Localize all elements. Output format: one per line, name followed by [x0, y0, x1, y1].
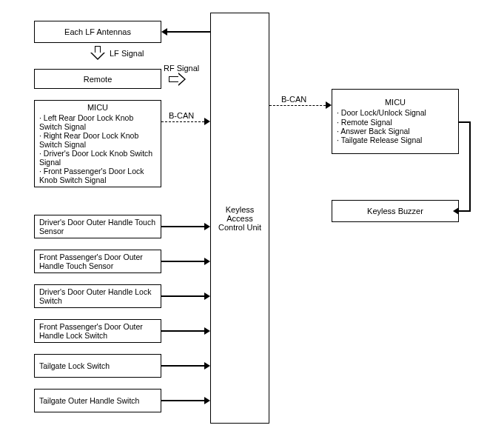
box-sensor-1: Front Passenger's Door Outer Handle Touc… [34, 250, 161, 273]
text-remote: Remote [84, 75, 112, 84]
right-micu-item: Door Lock/Unlock Signal [337, 108, 454, 117]
arrow-left-bcan [204, 118, 210, 125]
label-left-bcan: B-CAN [169, 111, 194, 120]
arrow-s5 [204, 397, 210, 404]
sensor-text: Driver's Door Outer Handle Touch Sensor [39, 218, 156, 235]
arrow-buzzer-in [453, 207, 459, 215]
arrow-lf-signal [90, 46, 105, 61]
conn-s3 [161, 330, 204, 332]
sensor-text: Tailgate Lock Switch [39, 361, 156, 370]
box-remote: Remote [34, 69, 161, 89]
conn-kacu-antennas [167, 31, 210, 33]
left-micu-item: Left Rear Door Lock Knob Switch Signal [39, 113, 156, 131]
sensor-text: Driver's Door Outer Handle Lock Switch [39, 287, 156, 305]
conn-buzzer-in-h [459, 210, 471, 212]
arrow-kacu-antennas [161, 28, 167, 36]
arrow-s1 [204, 258, 210, 265]
text-lf-antennas: Each LF Antennas [64, 27, 131, 36]
box-sensor-4: Tailgate Lock Switch [34, 354, 161, 378]
label-rf-signal: RF Signal [164, 64, 199, 73]
arrow-s4 [204, 362, 210, 370]
sensor-text: Front Passenger's Door Outer Handle Touc… [39, 253, 156, 270]
conn-s5 [161, 400, 204, 401]
text-kacu: Keyless Access Control Unit [215, 205, 264, 232]
box-kacu: Keyless Access Control Unit [210, 13, 269, 424]
conn-left-bcan [161, 121, 204, 122]
box-sensor-0: Driver's Door Outer Handle Touch Sensor [34, 215, 161, 238]
box-left-micu: MICU Left Rear Door Lock Knob Switch Sig… [34, 100, 161, 187]
arrow-s2 [204, 292, 210, 300]
right-micu-item: Remote Signal [337, 118, 454, 127]
conn-s4 [161, 365, 204, 367]
box-sensor-5: Tailgate Outer Handle Switch [34, 389, 161, 412]
right-micu-item: Answer Back Signal [337, 127, 454, 136]
left-micu-title: MICU [39, 103, 156, 112]
left-micu-item: Right Rear Door Lock Knob Switch Signal [39, 131, 156, 149]
label-lf-signal: LF Signal [110, 49, 144, 58]
diagram-canvas: Each LF Antennas Remote MICU Left Rear D… [0, 0, 487, 448]
arrow-s3 [204, 327, 210, 335]
text-buzzer: Keyless Buzzer [367, 207, 423, 215]
conn-micu-out-v [469, 121, 471, 212]
right-micu-title: MICU [337, 98, 454, 107]
sensor-text: Tailgate Outer Handle Switch [39, 396, 156, 405]
conn-s1 [161, 261, 204, 262]
box-buzzer: Keyless Buzzer [332, 200, 459, 222]
left-micu-item: Driver's Door Lock Knob Switch Signal [39, 149, 156, 167]
right-micu-item: Tailgate Release Signal [337, 136, 454, 144]
arrow-rf-signal [169, 73, 187, 86]
box-lf-antennas: Each LF Antennas [34, 21, 161, 43]
conn-s0 [161, 226, 204, 227]
arrow-right-bcan [326, 101, 332, 109]
left-micu-item: Front Passenger's Door Lock Knob Switch … [39, 167, 156, 184]
box-right-micu: MICU Door Lock/Unlock Signal Remote Sign… [332, 89, 459, 154]
box-sensor-3: Front Passenger's Door Outer Handle Lock… [34, 319, 161, 343]
arrow-s0 [204, 223, 210, 230]
conn-right-bcan [269, 105, 326, 106]
sensor-text: Front Passenger's Door Outer Handle Lock… [39, 322, 156, 340]
box-sensor-2: Driver's Door Outer Handle Lock Switch [34, 284, 161, 308]
conn-s2 [161, 295, 204, 297]
label-right-bcan: B-CAN [281, 95, 306, 104]
